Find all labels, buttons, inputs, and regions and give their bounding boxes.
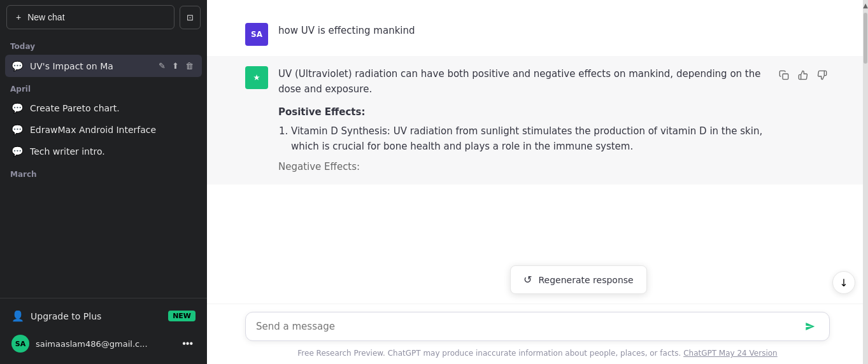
chat-bubble-icon: 💬 — [11, 146, 24, 157]
send-button[interactable] — [801, 319, 819, 334]
main-content: SA how UV is effecting mankind UV (Ultra… — [207, 0, 868, 364]
section-label-march: March — [5, 162, 202, 183]
negative-effects-heading: Negative Effects: — [278, 159, 766, 174]
scroll-up-arrow[interactable]: ▲ — [863, 0, 868, 10]
response-intro: UV (Ultraviolet) radiation can have both… — [278, 66, 766, 97]
new-badge: NEW — [168, 311, 196, 321]
footer-link[interactable]: ChatGPT May 24 Version — [683, 349, 778, 358]
upgrade-label: Upgrade to Plus — [31, 311, 101, 321]
user-message-text: how UV is effecting mankind — [278, 25, 415, 36]
scroll-down-button[interactable]: ↓ — [832, 271, 855, 294]
sidebar-bottom: 👤 Upgrade to Plus NEW SA saimaaslam486@g… — [0, 298, 207, 364]
message-input[interactable] — [256, 321, 801, 332]
section-label-april: April — [5, 77, 202, 97]
positive-effects-heading: Positive Effects: — [278, 104, 766, 120]
svg-rect-0 — [783, 74, 788, 80]
scroll-thumb[interactable] — [864, 13, 867, 64]
chat-item-label: Tech writer intro. — [30, 146, 196, 157]
input-area — [207, 304, 868, 345]
edit-chat-button[interactable]: ✎ — [157, 60, 167, 72]
scroll-down-icon: ↓ — [839, 277, 848, 289]
upgrade-to-plus-item[interactable]: 👤 Upgrade to Plus NEW — [5, 304, 202, 328]
chat-item-tech-writer[interactable]: 💬 Tech writer intro. — [5, 141, 202, 162]
section-label-today: Today — [5, 34, 202, 55]
positive-effects-list: Vitamin D Synthesis: UV radiation from s… — [278, 123, 766, 154]
chat-item-label: EdrawMax Android Interface — [30, 125, 196, 135]
assistant-message-row: UV (Ultraviolet) radiation can have both… — [207, 56, 868, 185]
footer-text: Free Research Preview. ChatGPT may produ… — [207, 345, 868, 364]
share-chat-button[interactable]: ⬆ — [170, 60, 181, 72]
sidebar-header: + New chat ⊡ — [0, 0, 207, 34]
chat-bubble-icon: 💬 — [11, 60, 24, 72]
chat-item-uv-impact[interactable]: 💬 UV's Impact on Ma ✎ ⬆ 🗑 — [5, 55, 202, 77]
right-scrollbar[interactable]: ▲ — [863, 0, 868, 364]
user-account-item[interactable]: SA saimaaslam486@gmail.c... ••• — [5, 328, 202, 359]
chat-item-label: UV's Impact on Ma — [30, 61, 150, 71]
new-chat-button[interactable]: + New chat — [6, 5, 174, 29]
toggle-icon: ⊡ — [187, 13, 194, 22]
user-email: saimaaslam486@gmail.c... — [36, 339, 173, 349]
chat-bubble-icon: 💬 — [11, 124, 24, 136]
copy-message-button[interactable] — [776, 67, 792, 85]
user-menu-button[interactable]: ••• — [180, 337, 196, 351]
thumbs-down-button[interactable] — [815, 67, 830, 85]
sidebar-toggle-button[interactable]: ⊡ — [180, 6, 201, 29]
regenerate-popup[interactable]: ↺ Regenerate response — [510, 265, 647, 294]
regenerate-icon: ↺ — [523, 274, 532, 286]
user-avatar: SA — [245, 23, 268, 46]
footer-disclaimer: Free Research Preview. ChatGPT may produ… — [297, 349, 681, 358]
thumbs-up-button[interactable] — [795, 67, 811, 85]
chat-item-pareto[interactable]: 💬 Create Pareto chart. — [5, 97, 202, 119]
delete-chat-button[interactable]: 🗑 — [183, 60, 196, 72]
user-avatar: SA — [11, 335, 29, 353]
chat-item-actions: ✎ ⬆ 🗑 — [157, 60, 196, 72]
chat-bubble-icon: 💬 — [11, 102, 24, 114]
plus-icon: + — [16, 12, 21, 22]
assistant-message-content: UV (Ultraviolet) radiation can have both… — [278, 66, 766, 174]
user-message-content: how UV is effecting mankind — [278, 23, 830, 38]
chat-item-label: Create Pareto chart. — [30, 103, 196, 113]
chat-list: Today 💬 UV's Impact on Ma ✎ ⬆ 🗑 April 💬 … — [0, 34, 207, 298]
upgrade-icon: 👤 — [11, 310, 24, 322]
input-box — [245, 312, 830, 341]
gpt-avatar — [245, 66, 268, 89]
regenerate-label: Regenerate response — [538, 275, 633, 285]
user-message-row: SA how UV is effecting mankind — [207, 13, 868, 56]
chat-item-edrawmax[interactable]: 💬 EdrawMax Android Interface — [5, 119, 202, 141]
sidebar: + New chat ⊡ Today 💬 UV's Impact on Ma ✎… — [0, 0, 207, 364]
message-actions — [776, 67, 830, 85]
chat-area: SA how UV is effecting mankind UV (Ultra… — [207, 0, 868, 304]
positive-effect-item-1: Vitamin D Synthesis: UV radiation from s… — [291, 123, 766, 154]
new-chat-label: New chat — [27, 12, 64, 22]
